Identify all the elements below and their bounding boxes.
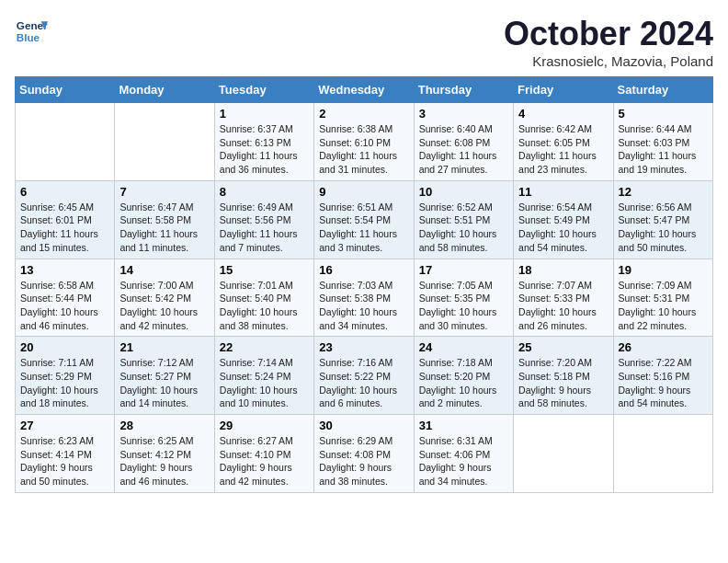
day-detail: Sunrise: 7:16 AMSunset: 5:22 PMDaylight:… bbox=[319, 356, 408, 410]
day-detail: Sunrise: 7:18 AMSunset: 5:20 PMDaylight:… bbox=[419, 356, 508, 410]
day-cell: 20Sunrise: 7:11 AMSunset: 5:29 PMDayligh… bbox=[16, 337, 115, 415]
day-number: 10 bbox=[419, 185, 508, 199]
day-detail: Sunrise: 6:40 AMSunset: 6:08 PMDaylight:… bbox=[419, 122, 508, 177]
week-row-3: 13Sunrise: 6:58 AMSunset: 5:44 PMDayligh… bbox=[16, 259, 713, 337]
day-number: 24 bbox=[419, 340, 508, 354]
day-number: 8 bbox=[220, 185, 309, 199]
day-detail: Sunrise: 6:49 AMSunset: 5:56 PMDaylight:… bbox=[220, 201, 309, 255]
location: Krasnosielc, Mazovia, Poland bbox=[504, 53, 713, 69]
day-number: 18 bbox=[518, 263, 608, 277]
day-cell bbox=[115, 103, 214, 181]
day-cell bbox=[514, 415, 613, 493]
day-cell: 19Sunrise: 7:09 AMSunset: 5:31 PMDayligh… bbox=[613, 259, 712, 337]
day-cell: 12Sunrise: 6:56 AMSunset: 5:47 PMDayligh… bbox=[613, 180, 712, 259]
day-cell: 9Sunrise: 6:51 AMSunset: 5:54 PMDaylight… bbox=[314, 180, 414, 259]
day-detail: Sunrise: 7:01 AMSunset: 5:40 PMDaylight:… bbox=[220, 279, 309, 333]
day-detail: Sunrise: 7:11 AMSunset: 5:29 PMDaylight:… bbox=[20, 356, 109, 410]
day-number: 27 bbox=[20, 419, 109, 432]
day-number: 28 bbox=[119, 419, 209, 432]
day-detail: Sunrise: 7:03 AMSunset: 5:38 PMDaylight:… bbox=[319, 279, 408, 333]
day-cell: 21Sunrise: 7:12 AMSunset: 5:27 PMDayligh… bbox=[115, 337, 214, 415]
day-header-thursday: Thursday bbox=[414, 77, 513, 103]
day-cell: 1Sunrise: 6:37 AMSunset: 6:13 PMDaylight… bbox=[214, 103, 313, 181]
day-number: 5 bbox=[619, 107, 708, 121]
day-cell: 16Sunrise: 7:03 AMSunset: 5:38 PMDayligh… bbox=[314, 259, 414, 337]
day-detail: Sunrise: 6:51 AMSunset: 5:54 PMDaylight:… bbox=[319, 201, 408, 255]
month-title: October 2024 bbox=[504, 15, 713, 53]
day-cell: 8Sunrise: 6:49 AMSunset: 5:56 PMDaylight… bbox=[214, 180, 313, 259]
day-header-friday: Friday bbox=[514, 77, 613, 103]
day-detail: Sunrise: 6:37 AMSunset: 6:13 PMDaylight:… bbox=[220, 122, 309, 177]
day-header-saturday: Saturday bbox=[613, 77, 712, 103]
day-cell: 3Sunrise: 6:40 AMSunset: 6:08 PMDaylight… bbox=[414, 103, 513, 181]
day-cell: 27Sunrise: 6:23 AMSunset: 4:14 PMDayligh… bbox=[16, 415, 115, 493]
day-number: 11 bbox=[518, 185, 608, 199]
day-cell: 10Sunrise: 6:52 AMSunset: 5:51 PMDayligh… bbox=[414, 180, 513, 259]
day-detail: Sunrise: 6:45 AMSunset: 6:01 PMDaylight:… bbox=[20, 201, 109, 255]
day-cell: 7Sunrise: 6:47 AMSunset: 5:58 PMDaylight… bbox=[115, 180, 214, 259]
day-detail: Sunrise: 6:29 AMSunset: 4:08 PMDaylight:… bbox=[319, 434, 408, 488]
day-number: 26 bbox=[619, 340, 708, 354]
day-number: 7 bbox=[119, 185, 209, 199]
day-number: 22 bbox=[220, 340, 309, 354]
day-detail: Sunrise: 6:56 AMSunset: 5:47 PMDaylight:… bbox=[619, 201, 708, 255]
day-cell: 28Sunrise: 6:25 AMSunset: 4:12 PMDayligh… bbox=[115, 415, 214, 493]
day-cell: 14Sunrise: 7:00 AMSunset: 5:42 PMDayligh… bbox=[115, 259, 214, 337]
day-cell: 22Sunrise: 7:14 AMSunset: 5:24 PMDayligh… bbox=[214, 337, 313, 415]
day-number: 13 bbox=[20, 263, 109, 277]
day-cell: 4Sunrise: 6:42 AMSunset: 6:05 PMDaylight… bbox=[514, 103, 613, 181]
day-number: 19 bbox=[619, 263, 708, 277]
day-cell: 29Sunrise: 6:27 AMSunset: 4:10 PMDayligh… bbox=[214, 415, 313, 493]
day-header-monday: Monday bbox=[115, 77, 214, 103]
day-number: 16 bbox=[319, 263, 408, 277]
day-detail: Sunrise: 6:44 AMSunset: 6:03 PMDaylight:… bbox=[619, 122, 708, 177]
day-number: 6 bbox=[20, 185, 109, 199]
day-cell: 24Sunrise: 7:18 AMSunset: 5:20 PMDayligh… bbox=[414, 337, 513, 415]
day-header-sunday: Sunday bbox=[16, 77, 115, 103]
day-cell: 18Sunrise: 7:07 AMSunset: 5:33 PMDayligh… bbox=[514, 259, 613, 337]
day-detail: Sunrise: 6:27 AMSunset: 4:10 PMDaylight:… bbox=[220, 434, 309, 488]
day-cell: 23Sunrise: 7:16 AMSunset: 5:22 PMDayligh… bbox=[314, 337, 414, 415]
week-row-5: 27Sunrise: 6:23 AMSunset: 4:14 PMDayligh… bbox=[16, 415, 713, 493]
day-number: 31 bbox=[419, 419, 508, 432]
day-number: 23 bbox=[319, 340, 408, 354]
day-number: 15 bbox=[220, 263, 309, 277]
day-cell bbox=[613, 415, 712, 493]
day-number: 1 bbox=[220, 107, 309, 121]
day-number: 9 bbox=[319, 185, 408, 199]
day-cell: 11Sunrise: 6:54 AMSunset: 5:49 PMDayligh… bbox=[514, 180, 613, 259]
day-number: 14 bbox=[119, 263, 209, 277]
day-detail: Sunrise: 7:09 AMSunset: 5:31 PMDaylight:… bbox=[619, 279, 708, 333]
week-row-1: 1Sunrise: 6:37 AMSunset: 6:13 PMDaylight… bbox=[16, 103, 713, 181]
day-cell: 26Sunrise: 7:22 AMSunset: 5:16 PMDayligh… bbox=[613, 337, 712, 415]
day-cell: 13Sunrise: 6:58 AMSunset: 5:44 PMDayligh… bbox=[16, 259, 115, 337]
day-number: 29 bbox=[220, 419, 309, 432]
day-detail: Sunrise: 6:25 AMSunset: 4:12 PMDaylight:… bbox=[119, 434, 209, 488]
day-number: 17 bbox=[419, 263, 508, 277]
day-cell: 6Sunrise: 6:45 AMSunset: 6:01 PMDaylight… bbox=[16, 180, 115, 259]
day-number: 30 bbox=[319, 419, 408, 432]
day-detail: Sunrise: 7:07 AMSunset: 5:33 PMDaylight:… bbox=[518, 279, 608, 333]
week-row-4: 20Sunrise: 7:11 AMSunset: 5:29 PMDayligh… bbox=[16, 337, 713, 415]
day-number: 4 bbox=[518, 107, 608, 121]
day-detail: Sunrise: 6:42 AMSunset: 6:05 PMDaylight:… bbox=[518, 122, 608, 177]
day-detail: Sunrise: 6:52 AMSunset: 5:51 PMDaylight:… bbox=[419, 201, 508, 255]
day-cell: 15Sunrise: 7:01 AMSunset: 5:40 PMDayligh… bbox=[214, 259, 313, 337]
day-detail: Sunrise: 7:12 AMSunset: 5:27 PMDaylight:… bbox=[119, 356, 209, 410]
day-detail: Sunrise: 7:22 AMSunset: 5:16 PMDaylight:… bbox=[619, 356, 708, 410]
day-detail: Sunrise: 7:00 AMSunset: 5:42 PMDaylight:… bbox=[119, 279, 209, 333]
day-cell: 5Sunrise: 6:44 AMSunset: 6:03 PMDaylight… bbox=[613, 103, 712, 181]
day-cell: 17Sunrise: 7:05 AMSunset: 5:35 PMDayligh… bbox=[414, 259, 513, 337]
day-header-tuesday: Tuesday bbox=[214, 77, 313, 103]
day-header-wednesday: Wednesday bbox=[314, 77, 414, 103]
day-number: 2 bbox=[319, 107, 408, 121]
day-cell: 30Sunrise: 6:29 AMSunset: 4:08 PMDayligh… bbox=[314, 415, 414, 493]
day-number: 20 bbox=[20, 340, 109, 354]
day-detail: Sunrise: 7:20 AMSunset: 5:18 PMDaylight:… bbox=[518, 356, 608, 410]
page-header: General Blue October 2024 Krasnosielc, M… bbox=[15, 15, 713, 69]
day-number: 3 bbox=[419, 107, 508, 121]
calendar-table: SundayMondayTuesdayWednesdayThursdayFrid… bbox=[15, 76, 713, 493]
day-cell: 31Sunrise: 6:31 AMSunset: 4:06 PMDayligh… bbox=[414, 415, 513, 493]
day-number: 25 bbox=[518, 340, 608, 354]
svg-text:Blue: Blue bbox=[17, 31, 40, 43]
